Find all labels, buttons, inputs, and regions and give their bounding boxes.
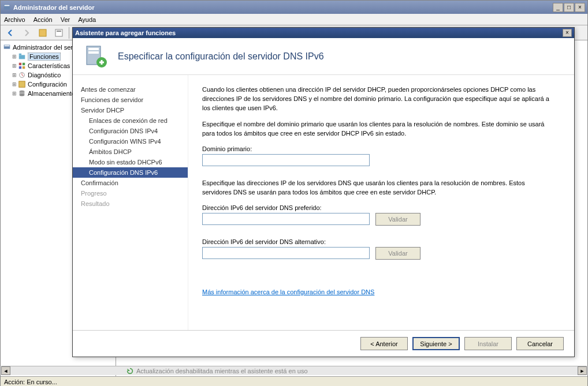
nav-confirmacion[interactable]: Confirmación — [73, 178, 188, 188]
show-pane-button[interactable] — [36, 27, 49, 39]
server-manager-icon — [3, 3, 11, 12]
back-button[interactable] — [4, 27, 17, 39]
wizard-footer: < Anterior Siguiente > Instalar Cancelar — [73, 330, 574, 357]
config-icon — [18, 80, 26, 88]
svg-rect-4 — [57, 31, 61, 32]
svg-rect-11 — [19, 63, 21, 65]
svg-rect-10 — [19, 54, 21, 55]
nav-servidor-dhcp[interactable]: Servidor DHCP — [73, 105, 188, 115]
label-dns-alternativo: Dirección IPv6 del servidor DNS alternat… — [202, 238, 553, 245]
tree-label: Configuración — [28, 81, 67, 88]
content-paragraph-1: Cuando los clientes obtienen una direcci… — [202, 85, 553, 113]
svg-rect-3 — [55, 29, 62, 36]
svg-rect-21 — [88, 48, 99, 50]
tree-label: Almacenamiento — [28, 90, 75, 97]
svg-rect-16 — [19, 81, 25, 88]
status-bar: Acción: En curso... — [1, 376, 587, 386]
menu-accion[interactable]: Acción — [34, 16, 53, 23]
menu-ayuda[interactable]: Ayuda — [78, 16, 96, 23]
nav-wins-ipv4[interactable]: Configuración WINS IPv4 — [73, 136, 188, 147]
svg-rect-9 — [19, 55, 25, 59]
nav-dns-ipv4[interactable]: Configuración DNS IPv4 — [73, 126, 188, 136]
nav-antes-comenzar[interactable]: Antes de comenzar — [73, 84, 188, 95]
add-roles-wizard: Asistente para agregar funciones × Espec… — [72, 27, 575, 357]
forward-button[interactable] — [20, 27, 33, 39]
svg-rect-2 — [39, 29, 46, 36]
tree-label: Diagnóstico — [28, 72, 61, 78]
input-dominio-primario[interactable] — [202, 154, 370, 166]
scroll-right-button[interactable]: ► — [578, 366, 587, 375]
main-titlebar[interactable]: Administrador del servidor _ □ × — [1, 1, 587, 14]
nav-ambitos-dhcp[interactable]: Ámbitos DHCP — [73, 147, 188, 157]
tree-label: Funciones — [28, 53, 61, 61]
nav-dns-ipv6[interactable]: Configuración DNS IPv6 — [73, 167, 188, 178]
features-icon — [18, 62, 26, 70]
wizard-titlebar[interactable]: Asistente para agregar funciones × — [73, 28, 574, 38]
input-dns-preferido[interactable] — [202, 213, 370, 225]
main-title-text: Administrador del servidor — [13, 4, 553, 11]
server-icon — [3, 43, 11, 51]
svg-point-19 — [20, 94, 25, 96]
install-button[interactable]: Instalar — [464, 337, 512, 350]
nav-funciones-servidor[interactable]: Funciones de servidor — [73, 95, 188, 105]
minimize-button[interactable]: _ — [553, 3, 563, 12]
validate-alternativo-button[interactable]: Validar — [375, 247, 420, 260]
svg-rect-12 — [23, 63, 25, 65]
prev-button[interactable]: < Anterior — [360, 337, 408, 350]
roles-icon — [18, 53, 26, 61]
wizard-nav: Antes de comenzar Funciones de servidor … — [73, 75, 188, 330]
menubar: Archivo Acción Ver Ayuda — [1, 14, 587, 25]
validate-preferido-button[interactable]: Validar — [375, 213, 420, 226]
wizard-close-button[interactable]: × — [563, 29, 572, 37]
properties-button[interactable] — [53, 27, 65, 39]
label-dns-preferido: Dirección IPv6 del servidor DNS preferid… — [202, 204, 553, 211]
wizard-content: Cuando los clientes obtienen una direcci… — [188, 75, 574, 330]
svg-rect-14 — [23, 66, 25, 69]
svg-rect-1 — [5, 5, 10, 6]
svg-rect-13 — [19, 66, 21, 69]
menu-archivo[interactable]: Archivo — [4, 16, 25, 23]
wizard-heading: Especificar la configuración del servido… — [118, 51, 324, 62]
label-dominio-primario: Dominio primario: — [202, 145, 553, 152]
close-button[interactable]: × — [575, 3, 585, 12]
nav-progreso: Progreso — [73, 188, 188, 198]
status-text: Acción: En curso... — [4, 378, 57, 385]
wizard-header-icon — [83, 44, 109, 69]
maximize-button[interactable]: □ — [564, 3, 574, 12]
content-paragraph-2: Especifique el nombre del dominio primar… — [202, 120, 553, 138]
nav-modo-sin-estado[interactable]: Modo sin estado DHCPv6 — [73, 157, 188, 167]
menu-ver[interactable]: Ver — [61, 16, 70, 23]
next-button[interactable]: Siguiente > — [412, 337, 460, 350]
diagnostics-icon — [18, 71, 26, 79]
bottom-scrollbar[interactable]: ◄ Actualización deshabilitada mientras e… — [1, 366, 587, 375]
scroll-left-button[interactable]: ◄ — [1, 366, 10, 375]
nav-resultado: Resultado — [73, 198, 188, 209]
tree-label: Características — [28, 62, 70, 69]
svg-rect-8 — [5, 46, 10, 47]
input-dns-alternativo[interactable] — [202, 247, 370, 259]
nav-enlaces-conexion[interactable]: Enlaces de conexión de red — [73, 115, 188, 126]
refresh-icon — [126, 367, 134, 375]
wizard-header: Especificar la configuración del servido… — [73, 38, 574, 75]
storage-icon — [18, 89, 26, 98]
cancel-button[interactable]: Cancelar — [516, 337, 564, 350]
svg-rect-22 — [88, 51, 99, 54]
bottom-status-text: Actualización deshabilitada mientras el … — [136, 368, 308, 374]
content-paragraph-3: Especifique las direcciones IP de los se… — [202, 179, 553, 197]
more-info-link[interactable]: Más información acerca de la configuraci… — [202, 288, 374, 295]
wizard-title-text: Asistente para agregar funciones — [75, 29, 563, 36]
